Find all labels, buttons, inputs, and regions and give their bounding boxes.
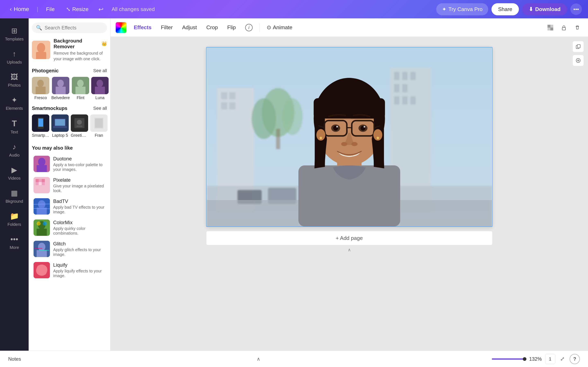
sidebar-label-more: More xyxy=(10,245,19,250)
sidebar-label-audio: Audio xyxy=(9,153,19,158)
info-button[interactable]: i xyxy=(241,21,257,34)
sidebar-item-templates[interactable]: ⊞ Templates xyxy=(0,23,29,45)
share-label: Share xyxy=(498,6,512,12)
fullscreen-button[interactable]: ⤢ xyxy=(559,354,566,364)
effect-luna[interactable]: Luna xyxy=(91,77,109,100)
info-icon: i xyxy=(245,24,253,31)
effect-fresco[interactable]: Fresco xyxy=(32,77,49,100)
download-button[interactable]: ⬇ Download xyxy=(522,3,567,15)
notes-collapse-icon[interactable]: ∧ xyxy=(257,356,260,362)
search-bar[interactable]: 🔍 xyxy=(32,23,107,33)
try-canva-pro-button[interactable]: ✦ Try Canva Pro xyxy=(436,3,488,15)
effect-flint[interactable]: Flint xyxy=(72,77,89,100)
duplicate-canvas-button[interactable] xyxy=(572,41,584,52)
effect-belvedere[interactable]: Belvedere xyxy=(51,77,70,100)
sidebar-item-folders[interactable]: 📁 Folders xyxy=(0,208,29,231)
undo-button[interactable]: ↩ xyxy=(96,4,106,15)
resize-button[interactable]: ⤡ Resize xyxy=(62,4,92,15)
effect-duotone[interactable]: Duotone Apply a two-color palette to you… xyxy=(30,153,109,175)
svg-rect-76 xyxy=(221,92,227,99)
collapse-arrow-icon[interactable]: ∧ xyxy=(348,247,351,253)
svg-rect-59 xyxy=(562,28,565,30)
zoom-slider[interactable] xyxy=(492,359,525,360)
sidebar-item-more[interactable]: ••• More xyxy=(0,231,29,254)
sidebar-item-background[interactable]: ▦ Bkground xyxy=(0,185,29,207)
svg-point-7 xyxy=(57,80,64,87)
resize-label: Resize xyxy=(72,6,88,12)
share-button[interactable]: Share xyxy=(492,3,519,15)
help-button[interactable]: ? xyxy=(570,354,580,364)
svg-rect-71 xyxy=(402,84,407,92)
add-page-button[interactable]: + Add page xyxy=(206,231,493,245)
glitch-description: Apply glitch effects to your image. xyxy=(53,248,105,257)
home-label: Home xyxy=(14,6,29,12)
home-chevron-icon: ‹ xyxy=(10,6,12,12)
page-navigation: 1 xyxy=(545,354,555,364)
svg-rect-70 xyxy=(394,84,399,92)
photogenic-see-all[interactable]: See all xyxy=(93,68,107,73)
mockup-fran[interactable]: Fran xyxy=(90,114,108,138)
svg-rect-56 xyxy=(550,25,553,28)
add-frame-button[interactable] xyxy=(572,55,584,66)
effects-tab[interactable]: Effects xyxy=(130,22,156,33)
mockup-smartphone2[interactable]: Smartphone 2 xyxy=(32,114,49,138)
effect-badtv[interactable]: BadTV Apply bad TV effects to your image… xyxy=(30,196,109,217)
effect-liquify[interactable]: Liquify Apply liquify effects to your im… xyxy=(30,259,109,281)
delete-button[interactable] xyxy=(572,22,583,33)
sidebar-item-uploads[interactable]: ↑ Uploads xyxy=(0,46,29,68)
laptop5-thumbnail xyxy=(51,114,69,132)
may-also-like-section: You may also like Duotone Apply a two-co… xyxy=(29,141,110,281)
effect-colormix[interactable]: ColorMix Apply quirky color combinations… xyxy=(30,217,109,238)
mockup-laptop5[interactable]: Laptop 5 xyxy=(51,114,69,138)
svg-point-112 xyxy=(319,137,322,139)
more-options-button[interactable]: ••• xyxy=(571,3,582,15)
effect-glitch[interactable]: Glitch Apply glitch effects to your imag… xyxy=(30,238,109,259)
sidebar-item-videos[interactable]: ▶ Videos xyxy=(0,162,29,184)
flip-button[interactable]: Flip xyxy=(223,22,240,33)
sidebar-item-text[interactable]: T Text xyxy=(0,115,29,138)
fresco-label: Fresco xyxy=(34,95,47,100)
download-icon: ⬇ xyxy=(529,6,533,12)
page-number-button[interactable]: 1 xyxy=(545,354,555,364)
laptop5-label: Laptop 5 xyxy=(52,133,68,138)
filter-tab[interactable]: Filter xyxy=(157,22,177,33)
videos-icon: ▶ xyxy=(11,166,17,174)
effect-pixelate[interactable]: Pixelate Give your image a pixelated loo… xyxy=(30,175,109,196)
luna-thumbnail xyxy=(91,77,109,94)
smartmockups-see-all[interactable]: See all xyxy=(93,106,107,111)
lock-button[interactable] xyxy=(558,22,570,33)
zoom-thumb[interactable] xyxy=(523,357,527,361)
svg-rect-74 xyxy=(410,96,415,104)
effects-tab-label: Effects xyxy=(134,24,152,31)
crop-button[interactable]: Crop xyxy=(202,22,222,33)
file-button[interactable]: File xyxy=(42,4,58,15)
color-swatch[interactable] xyxy=(115,22,127,33)
pixelate-name: Pixelate xyxy=(53,177,105,183)
resize-icon: ⤡ xyxy=(66,6,71,12)
sidebar-item-elements[interactable]: ✦ Elements xyxy=(0,92,29,114)
search-icon: 🔍 xyxy=(36,25,42,31)
svg-rect-33 xyxy=(36,179,39,182)
adjust-tab[interactable]: Adjust xyxy=(178,22,201,33)
svg-point-47 xyxy=(37,222,41,225)
svg-rect-53 xyxy=(39,250,49,251)
canvas-wrapper[interactable] xyxy=(206,47,493,227)
text-icon: T xyxy=(12,119,17,128)
animate-button[interactable]: ⊙ Animate xyxy=(263,22,296,33)
svg-rect-31 xyxy=(37,165,47,172)
notes-label: Notes xyxy=(8,356,21,362)
background-remover-item[interactable]: Background Remover 👑 Remove the backgrou… xyxy=(29,35,110,66)
svg-rect-11 xyxy=(76,87,85,94)
checkerboard-button[interactable] xyxy=(545,22,556,33)
home-button[interactable]: ‹ Home xyxy=(6,4,33,15)
zoom-fill xyxy=(492,359,525,360)
mockup-greeting-card[interactable]: Greeting car... xyxy=(71,114,88,138)
svg-point-30 xyxy=(38,158,45,166)
save-status: All changes saved xyxy=(112,6,155,12)
crown-icon: 👑 xyxy=(102,41,107,46)
sidebar-item-audio[interactable]: ♪ Audio xyxy=(0,139,29,161)
main-area: ⊞ Templates ↑ Uploads 🖼 Photos ✦ Element… xyxy=(0,18,588,351)
svg-point-109 xyxy=(351,142,357,146)
search-input[interactable] xyxy=(45,25,106,31)
sidebar-item-photos[interactable]: 🖼 Photos xyxy=(0,69,29,91)
